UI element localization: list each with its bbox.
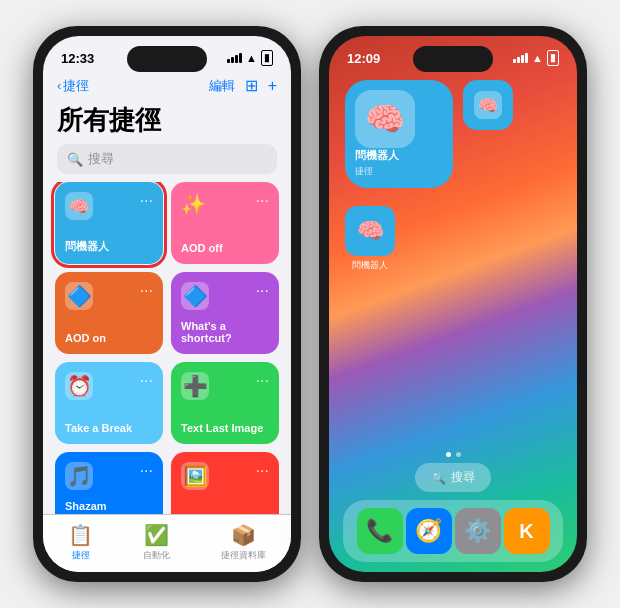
edit-button[interactable]: 編輯 <box>209 77 235 95</box>
shortcuts-nav: ‹ 捷徑 編輯 ⊞ + <box>43 70 291 101</box>
tile-icon-3: 🔷 <box>65 282 93 310</box>
tile-aod-on[interactable]: 🔷 ··· AOD on <box>55 272 163 354</box>
grid-icon[interactable]: ⊞ <box>245 76 258 95</box>
tile-icon-7: 🎵 <box>65 462 93 490</box>
nav-top: ‹ 捷徑 編輯 ⊞ + <box>57 76 277 95</box>
tile-icon-4: 🔷 <box>181 282 209 310</box>
shortcuts-app: 12:33 ▲ ▮ ‹ 捷徑 <box>43 36 291 572</box>
time-left: 12:33 <box>61 51 94 66</box>
dock: 📞 🧭 ⚙️ K <box>343 500 563 562</box>
tile-dots-3[interactable]: ··· <box>140 282 153 300</box>
shortcuts-grid: 🧠 ··· 問機器人 ✨ ··· AOD off 🔷 <box>43 182 291 514</box>
signal-icon-right <box>513 53 528 63</box>
tile-dots-8[interactable]: ··· <box>256 462 269 480</box>
tile-icon-6: ➕ <box>181 372 209 400</box>
wifi-icon-right: ▲ <box>532 52 543 64</box>
dock-klack[interactable]: K <box>504 508 550 554</box>
tab-automation[interactable]: ✅ 自動化 <box>143 523 170 562</box>
tab-automation-icon: ✅ <box>144 523 169 547</box>
battery-icon-right: ▮ <box>547 50 559 66</box>
tile-top-2: ✨ ··· <box>181 192 269 216</box>
tile-to-heif[interactable]: 🖼️ ··· To HEiF <box>171 452 279 514</box>
small-widgets-col: 🧠 <box>463 80 513 188</box>
tile-icon-2: ✨ <box>181 192 206 216</box>
small-widget-1[interactable]: 🧠 <box>463 80 513 130</box>
tile-text-last-image[interactable]: ➕ ··· Text Last Image <box>171 362 279 444</box>
tile-shazam[interactable]: 🎵 ··· Shazam shortcut <box>55 452 163 514</box>
dock-safari[interactable]: 🧭 <box>406 508 452 554</box>
dynamic-island-left <box>127 46 207 72</box>
brain-widget-icon: 🧠 <box>355 90 415 148</box>
battery-icon: ▮ <box>261 50 273 66</box>
page-dot-2 <box>456 452 461 457</box>
brain-icon-1: 🧠 <box>65 192 93 220</box>
tile-top-7: 🎵 ··· <box>65 462 153 490</box>
dock-settings[interactable]: ⚙️ <box>455 508 501 554</box>
tile-aod-off[interactable]: ✨ ··· AOD off <box>171 182 279 264</box>
tile-label-1: 問機器人 <box>65 239 153 254</box>
dock-phone[interactable]: 📞 <box>357 508 403 554</box>
nav-actions: 編輯 ⊞ + <box>209 76 277 95</box>
tile-dots-7[interactable]: ··· <box>140 462 153 480</box>
tab-shortcuts-label: 捷徑 <box>72 549 90 562</box>
tile-label-4: What's a shortcut? <box>181 320 269 344</box>
home-widgets-row: 🧠 問機器人 捷徑 🧠 <box>345 80 561 188</box>
home-bottom: 🔍 搜尋 📞 🧭 ⚙️ K <box>329 452 577 572</box>
tab-shortcuts-icon: 📋 <box>68 523 93 547</box>
page-dot-1 <box>446 452 451 457</box>
large-widget[interactable]: 🧠 問機器人 捷徑 <box>345 80 453 188</box>
left-phone-screen: 12:33 ▲ ▮ ‹ 捷徑 <box>43 36 291 572</box>
tile-wenjiqiren[interactable]: 🧠 ··· 問機器人 <box>55 182 163 264</box>
tile-take-break[interactable]: ⏰ ··· Take a Break <box>55 362 163 444</box>
tile-label-7: Shazam shortcut <box>65 500 153 514</box>
page-dots <box>343 452 563 457</box>
app-icon-brain: 🧠 <box>357 218 384 244</box>
page-title: 所有捷徑 <box>43 101 291 144</box>
tile-whats-shortcut[interactable]: 🔷 ··· What's a shortcut? <box>171 272 279 354</box>
tile-label-2: AOD off <box>181 242 269 254</box>
home-search-pill[interactable]: 🔍 搜尋 <box>415 463 491 492</box>
tile-icon-5: ⏰ <box>65 372 93 400</box>
tile-top-3: 🔷 ··· <box>65 282 153 310</box>
app-label-wenjiqiren: 問機器人 <box>352 259 388 272</box>
app-icon-bg-wenjiqiren: 🧠 <box>345 206 395 256</box>
tile-dots-5[interactable]: ··· <box>140 372 153 390</box>
search-bar[interactable]: 🔍 搜尋 <box>57 144 277 174</box>
left-phone: 12:33 ▲ ▮ ‹ 捷徑 <box>33 26 301 582</box>
tab-gallery-icon: 📦 <box>231 523 256 547</box>
tab-gallery[interactable]: 📦 捷徑資料庫 <box>221 523 266 562</box>
time-right: 12:09 <box>347 51 380 66</box>
right-phone-screen: 12:09 ▲ ▮ 🧠 <box>329 36 577 572</box>
dock-container: 📞 🧭 ⚙️ K <box>343 500 563 562</box>
right-phone: 12:09 ▲ ▮ 🧠 <box>319 26 587 582</box>
tab-gallery-label: 捷徑資料庫 <box>221 549 266 562</box>
tab-bar: 📋 捷徑 ✅ 自動化 📦 捷徑資料庫 <box>43 514 291 572</box>
search-icon-home: 🔍 <box>431 471 446 485</box>
nav-back-button[interactable]: ‹ 捷徑 <box>57 77 89 95</box>
tile-top-1: 🧠 ··· <box>65 192 153 220</box>
app-wenjiqiren[interactable]: 🧠 問機器人 <box>345 206 395 272</box>
dynamic-island-right <box>413 46 493 72</box>
signal-icon <box>227 53 242 63</box>
tile-icon-8: 🖼️ <box>181 462 209 490</box>
home-screen: 12:09 ▲ ▮ 🧠 <box>329 36 577 572</box>
tile-label-6: Text Last Image <box>181 422 269 434</box>
tile-dots-4[interactable]: ··· <box>256 282 269 300</box>
search-icon: 🔍 <box>67 152 83 167</box>
tile-dots-2[interactable]: ··· <box>256 192 269 210</box>
tile-label-5: Take a Break <box>65 422 153 434</box>
tile-label-3: AOD on <box>65 332 153 344</box>
add-button[interactable]: + <box>268 77 277 95</box>
app-icons-row-1: 🧠 問機器人 <box>345 206 561 272</box>
tile-dots-1[interactable]: ··· <box>140 192 153 210</box>
home-app-rows: 🧠 問機器人 <box>345 206 561 272</box>
search-label-home: 搜尋 <box>451 469 475 486</box>
tab-automation-label: 自動化 <box>143 549 170 562</box>
tile-top-4: 🔷 ··· <box>181 282 269 310</box>
tile-top-8: 🖼️ ··· <box>181 462 269 490</box>
tab-shortcuts[interactable]: 📋 捷徑 <box>68 523 93 562</box>
widget-label: 問機器人 捷徑 <box>355 148 443 178</box>
tile-dots-6[interactable]: ··· <box>256 372 269 390</box>
status-icons-right: ▲ ▮ <box>513 50 559 66</box>
status-icons-left: ▲ ▮ <box>227 50 273 66</box>
